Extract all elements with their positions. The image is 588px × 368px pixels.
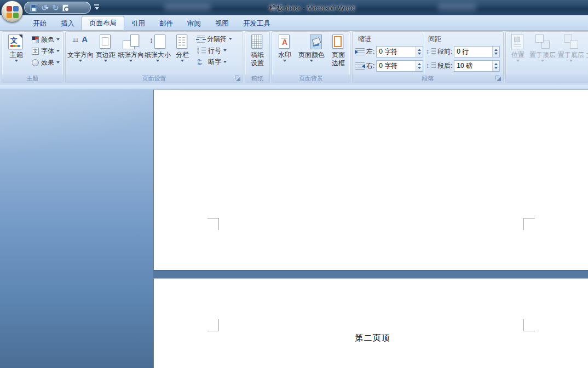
theme-fonts-button[interactable]: 文 字体: [31, 45, 60, 57]
margins-button[interactable]: 页边距: [94, 32, 117, 64]
crop-mark-top-right-icon: [523, 319, 535, 331]
title-bar: 样板.docx - Microsoft Word ↺ ↻: [0, 0, 588, 15]
quick-access-toolbar: ↺ ↻: [24, 2, 91, 14]
group-label-page-setup: 页面设置: [66, 74, 243, 83]
position-icon: [511, 34, 523, 49]
undo-button[interactable]: ↺: [41, 4, 49, 12]
theme-effects-icon: [32, 59, 39, 66]
tab-mailings[interactable]: 邮件: [152, 17, 180, 30]
document-workspace[interactable]: 第二页顶: [0, 89, 588, 368]
group-paragraph: 缩进 间距 左: 0 字符 右: 0 字符: [352, 31, 504, 83]
columns-button[interactable]: 分栏: [171, 32, 193, 64]
line-numbers-icon: [197, 47, 206, 55]
spacing-before-label: 段前:: [437, 47, 452, 56]
ribbon: 主题 颜色 文 字体 效果: [0, 31, 588, 85]
tab-developer[interactable]: 开发工具: [236, 17, 278, 30]
group-label-page-background: 页面背景: [272, 74, 350, 83]
manuscript-grid-icon: [251, 34, 262, 49]
theme-fonts-icon: 文: [32, 48, 39, 55]
ribbon-bottom-edge: [0, 85, 588, 89]
group-themes: 主题 颜色 文 字体 效果: [2, 31, 64, 83]
ribbon-tab-row: 开始 插入 页面布局 引用 邮件 审阅 视图 开发工具: [0, 15, 588, 31]
spacing-after-label: 段后:: [437, 61, 452, 71]
margins-icon: [100, 34, 111, 49]
watermark-icon: [279, 34, 290, 49]
columns-icon: [176, 34, 187, 49]
indent-left-label: 左:: [366, 47, 374, 56]
tab-page-layout[interactable]: 页面布局: [82, 16, 124, 30]
tab-references[interactable]: 引用: [124, 17, 152, 30]
themes-dropdown-icon: [15, 60, 18, 64]
undo-dropdown-icon[interactable]: [45, 7, 49, 11]
page-size-button[interactable]: 纸张大小: [145, 32, 171, 64]
group-arrange: 位置 置于顶层 置于底层 文: [505, 31, 588, 83]
themes-icon: [8, 34, 25, 50]
crop-mark-bottom-right-icon: [523, 218, 535, 230]
theme-colors-icon: [32, 36, 39, 43]
breaks-button[interactable]: 分隔符: [196, 33, 232, 45]
group-label-arrange: [506, 74, 588, 83]
spacing-before-icon: [426, 48, 436, 55]
tab-home[interactable]: 开始: [26, 17, 54, 30]
paragraph-divider: [424, 34, 424, 73]
text-direction-button[interactable]: 文字方向: [67, 32, 94, 64]
tab-review[interactable]: 审阅: [180, 17, 208, 30]
crop-mark-bottom-left-icon: [207, 218, 219, 230]
spacing-after-icon: [426, 62, 436, 70]
document-page-1[interactable]: [153, 90, 588, 271]
bring-to-front-icon: [534, 34, 551, 49]
crop-mark-top-left-icon: [207, 319, 219, 331]
redo-icon[interactable]: ↻: [53, 4, 59, 12]
themes-button[interactable]: 主题: [4, 32, 28, 64]
page-borders-button[interactable]: 页面 边框: [328, 32, 349, 67]
page-color-icon: [310, 34, 322, 49]
tab-view[interactable]: 视图: [208, 17, 236, 30]
tab-insert[interactable]: 插入: [54, 17, 82, 30]
page-gap: [153, 271, 588, 278]
group-page-background: 水印 页面颜色 页面 边框 页面背景: [272, 31, 350, 83]
spacing-header: 间距: [428, 34, 441, 44]
group-manuscript: 稿纸 设置 稿纸: [245, 31, 270, 83]
line-numbers-button[interactable]: 行号: [196, 45, 232, 56]
page-size-icon: [149, 34, 166, 49]
spacing-before-spinner[interactable]: 0 行: [454, 46, 500, 58]
page2-heading-text[interactable]: 第二页顶: [154, 333, 588, 343]
customize-qat-icon[interactable]: [93, 4, 101, 11]
watermark-button[interactable]: 水印: [274, 32, 295, 64]
group-page-setup: 文字方向 页边距 纸张方向 纸张大小: [65, 31, 243, 83]
indent-header: 缩进: [358, 34, 371, 44]
hyphenation-button[interactable]: 断字: [196, 56, 232, 68]
spinner-arrows[interactable]: [416, 47, 423, 57]
group-label-paragraph: 段落: [353, 74, 503, 83]
spinner-arrows[interactable]: [416, 61, 423, 71]
orientation-button[interactable]: 纸张方向: [118, 32, 144, 64]
theme-effects-button[interactable]: 效果: [31, 57, 60, 68]
indent-left-spinner[interactable]: 0 字符: [376, 46, 423, 58]
office-button[interactable]: [1, 1, 23, 22]
page-borders-icon: [332, 34, 343, 49]
indent-right-icon: [355, 62, 365, 70]
theme-colors-button[interactable]: 颜色: [31, 34, 60, 45]
print-preview-icon[interactable]: [62, 4, 68, 12]
word-window: 样板.docx - Microsoft Word ↺ ↻ 开始 插入 页面布局 …: [0, 0, 588, 368]
group-label-manuscript: 稿纸: [245, 74, 269, 83]
text-direction-icon: [72, 34, 89, 49]
page-color-button[interactable]: 页面颜色: [297, 32, 326, 64]
spinner-arrows[interactable]: [492, 47, 499, 57]
indent-right-spinner[interactable]: 0 字符: [376, 60, 423, 72]
manuscript-setup-button[interactable]: 稿纸 设置: [246, 32, 269, 67]
spinner-arrows[interactable]: [492, 61, 499, 71]
send-to-back-icon: [563, 34, 579, 49]
save-icon[interactable]: [30, 4, 37, 12]
hyphenation-icon: [197, 58, 206, 66]
orientation-icon: [122, 34, 141, 50]
page-setup-dialog-launcher-icon[interactable]: [235, 76, 241, 82]
office-logo-icon: [7, 6, 19, 18]
indent-right-label: 右:: [366, 61, 374, 71]
group-label-themes: 主题: [2, 74, 63, 83]
spacing-after-spinner[interactable]: 10 磅: [454, 60, 500, 72]
paragraph-dialog-launcher-icon[interactable]: [495, 76, 501, 82]
bring-to-front-button: 置于顶层: [529, 32, 556, 64]
document-page-2[interactable]: 第二页顶: [153, 278, 588, 368]
indent-left-icon: [355, 48, 365, 55]
